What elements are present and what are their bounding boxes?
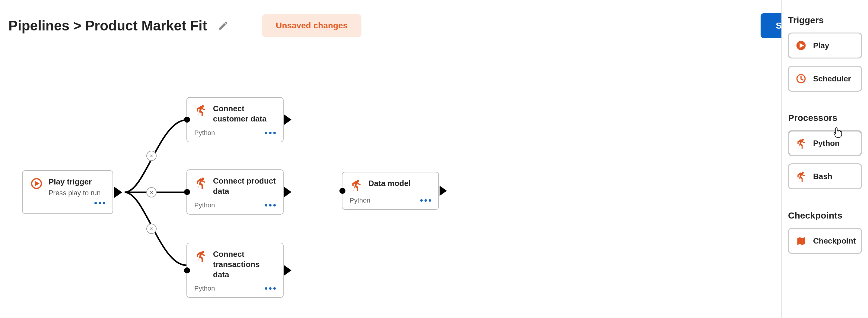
svg-marker-10 [440, 186, 447, 196]
node-data-model[interactable]: Data model Python [342, 172, 439, 210]
node-tag: Python [350, 197, 371, 204]
svg-marker-4 [284, 114, 291, 125]
node-title: Connect product data [213, 176, 276, 197]
more-icon[interactable] [265, 132, 276, 134]
runner-icon [194, 249, 208, 262]
svg-marker-2 [114, 187, 122, 198]
output-port-icon[interactable] [114, 187, 123, 198]
delete-edge-button[interactable]: × [146, 224, 157, 234]
runner-icon [194, 104, 208, 117]
node-subtitle: Press play to run [49, 189, 101, 197]
output-port-icon[interactable] [284, 187, 293, 197]
play-icon [796, 40, 806, 51]
node-title: Connect transactions data [213, 249, 276, 280]
node-title: Play trigger [49, 177, 101, 187]
sidebar-heading-checkpoints: Checkpoints [788, 210, 862, 221]
node-tag: Python [194, 129, 215, 137]
node-connect-product-data[interactable]: Connect product data Python [186, 169, 284, 215]
runner-icon [796, 138, 806, 149]
input-port-icon[interactable] [184, 189, 190, 195]
play-icon [30, 177, 43, 190]
more-icon[interactable] [265, 204, 276, 207]
runner-icon [796, 171, 806, 182]
sidebar-heading-triggers: Triggers [788, 15, 862, 25]
svg-marker-8 [284, 265, 291, 276]
palette-item-bash[interactable]: Bash [788, 163, 862, 189]
output-port-icon[interactable] [284, 265, 293, 276]
palette-label: Python [813, 139, 840, 148]
runner-icon [350, 178, 363, 192]
palette-label: Scheduler [813, 74, 851, 83]
node-connect-customer-data[interactable]: Connect customer data Python [186, 97, 284, 142]
node-title: Connect customer data [213, 104, 276, 124]
input-port-icon[interactable] [184, 117, 190, 123]
palette-label: Play [813, 41, 829, 50]
node-tag: Python [194, 285, 215, 292]
palette-item-scheduler[interactable]: Scheduler [788, 66, 862, 92]
more-icon[interactable] [420, 199, 431, 202]
node-title: Data model [368, 178, 411, 189]
map-icon [796, 236, 806, 246]
pipeline-canvas[interactable]: Play trigger Press play to run Connect c… [0, 0, 781, 318]
clock-icon [796, 73, 806, 84]
node-tag: Python [194, 201, 215, 209]
palette-item-python[interactable]: Python [788, 130, 862, 156]
palette-item-play[interactable]: Play [788, 33, 862, 59]
output-port-icon[interactable] [440, 186, 448, 196]
svg-marker-1 [35, 181, 39, 186]
output-port-icon[interactable] [284, 114, 293, 125]
sidebar: Triggers Play Scheduler Processors Pytho… [781, 0, 868, 318]
more-icon[interactable] [265, 287, 276, 290]
sidebar-heading-processors: Processors [788, 113, 862, 123]
svg-marker-6 [284, 187, 291, 197]
palette-label: Checkpoint [813, 236, 856, 246]
runner-icon [194, 176, 208, 189]
delete-edge-button[interactable]: × [146, 151, 157, 161]
input-port-icon[interactable] [339, 188, 345, 194]
palette-label: Bash [813, 172, 832, 181]
delete-edge-button[interactable]: × [146, 187, 157, 198]
node-play-trigger[interactable]: Play trigger Press play to run [22, 170, 113, 214]
palette-item-checkpoint[interactable]: Checkpoint [788, 228, 862, 254]
node-connect-transactions-data[interactable]: Connect transactions data Python [186, 243, 284, 298]
input-port-icon[interactable] [184, 268, 190, 273]
more-icon[interactable] [94, 202, 105, 204]
